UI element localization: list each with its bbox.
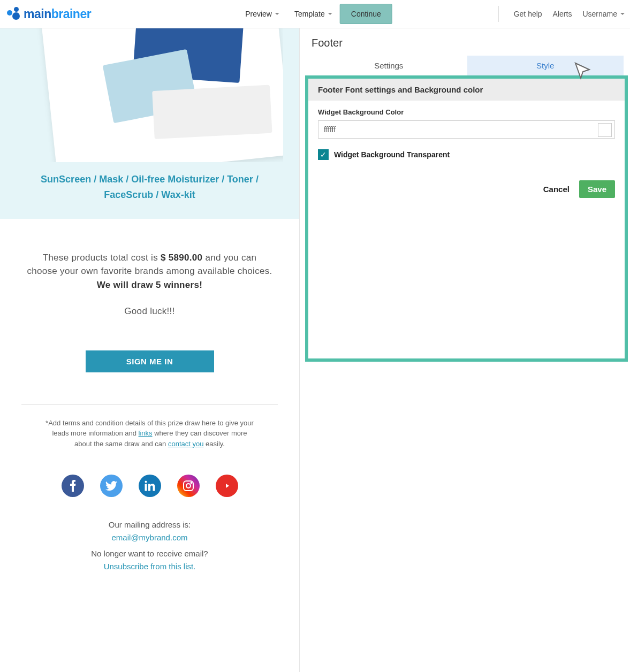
bg-color-input[interactable] <box>318 120 615 139</box>
brand-logo[interactable]: mainbrainer <box>6 7 91 21</box>
sign-me-in-button[interactable]: SIGN ME IN <box>86 350 214 372</box>
hero-categories-text: SunScreen / Mask / Oil-free Moisturizer … <box>16 162 283 203</box>
topbar: mainbrainer Preview Template Continue Ge… <box>0 0 630 28</box>
footer-email-link[interactable]: email@mybrand.com <box>112 533 188 542</box>
hero-image <box>16 28 283 162</box>
highlighted-style-section: Footer Font settings and Background colo… <box>305 75 628 362</box>
cancel-button[interactable]: Cancel <box>543 185 570 194</box>
terms-text: *Add terms and condition details of this… <box>21 404 278 465</box>
twitter-icon[interactable] <box>100 475 123 497</box>
contact-you-link[interactable]: contact you <box>168 440 204 448</box>
chevron-down-icon <box>620 13 625 15</box>
footer-text: Our mailing address is: email@mybrand.co… <box>0 518 299 594</box>
nav-center: Preview Template Continue <box>238 4 392 24</box>
info-text: These products total cost is $ 5890.00 a… <box>0 219 299 340</box>
logo-icon <box>6 7 20 21</box>
logo-text: mainbrainer <box>24 7 91 21</box>
linkedin-icon[interactable] <box>139 475 161 497</box>
preview-dropdown[interactable]: Preview <box>238 5 287 22</box>
divider <box>498 6 499 22</box>
terms-links-link[interactable]: links <box>139 429 153 437</box>
facebook-icon[interactable] <box>62 475 84 497</box>
instagram-icon[interactable] <box>177 475 200 497</box>
transparent-label: Widget Background Transparent <box>334 150 450 159</box>
tab-style[interactable]: Style <box>467 56 624 75</box>
panel-title: Footer <box>312 37 624 49</box>
social-icons <box>0 465 299 518</box>
bg-color-label: Widget Background Color <box>318 108 615 116</box>
continue-button[interactable]: Continue <box>340 4 392 24</box>
settings-panel: Footer Settings Style Footer Font settin… <box>300 28 630 672</box>
svg-point-1 <box>186 484 191 488</box>
chevron-down-icon <box>328 13 332 15</box>
username-dropdown[interactable]: Username <box>582 10 625 18</box>
nav-right: Get help Alerts Username <box>498 6 625 22</box>
transparent-checkbox[interactable]: ✓ <box>318 149 329 160</box>
youtube-icon[interactable] <box>216 475 238 497</box>
section-header: Footer Font settings and Background colo… <box>308 79 625 101</box>
template-dropdown[interactable]: Template <box>287 5 340 22</box>
email-preview-pane: SunScreen / Mask / Oil-free Moisturizer … <box>0 28 300 672</box>
tab-settings[interactable]: Settings <box>310 56 467 75</box>
hero-section: SunScreen / Mask / Oil-free Moisturizer … <box>0 28 299 219</box>
get-help-link[interactable]: Get help <box>514 10 542 18</box>
chevron-down-icon <box>275 13 279 15</box>
color-swatch[interactable] <box>598 123 612 137</box>
unsubscribe-link[interactable]: Unsubscribe from this list. <box>104 562 196 571</box>
svg-point-2 <box>191 483 192 484</box>
save-button[interactable]: Save <box>579 180 615 198</box>
alerts-link[interactable]: Alerts <box>553 10 572 18</box>
